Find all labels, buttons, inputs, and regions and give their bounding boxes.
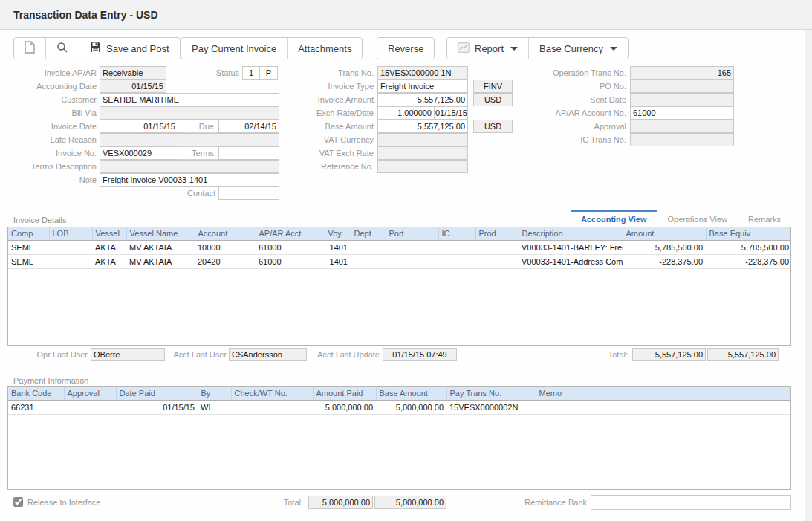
cell-apar-acct: 61000: [256, 254, 325, 268]
due-date-label: Due Date: [178, 120, 219, 133]
accounting-date-field[interactable]: [100, 80, 166, 93]
invoice-details-grid: Comp LOB Vessel Vessel Name Account AP/A…: [7, 227, 791, 346]
invoice-detail-row[interactable]: SEML AKTA MV AKTAIA 20420 61000 1401 V00…: [8, 254, 791, 268]
remittance-bank-label: Remittance Bank: [513, 496, 587, 509]
report-button[interactable]: Report: [447, 38, 529, 59]
status-code-field[interactable]: [242, 66, 260, 80]
terms-description-field[interactable]: [100, 160, 279, 173]
invoice-amount-field[interactable]: [377, 93, 468, 106]
cell-by: WI: [198, 400, 231, 414]
bill-via-label: Bill Via: [7, 106, 97, 120]
save-and-post-button[interactable]: Save and Post: [79, 38, 180, 59]
trans-no-field[interactable]: [377, 66, 468, 80]
cell-vessel-name: MV AKTAIA: [126, 254, 195, 268]
operation-trans-no-field[interactable]: [630, 66, 734, 80]
attachments-button[interactable]: Attachments: [288, 38, 362, 59]
tab-remarks[interactable]: Remarks: [738, 210, 791, 226]
cell-voy: 1401: [325, 254, 351, 268]
opr-last-user-label: Opr Last User: [7, 348, 88, 361]
status-flag-field[interactable]: [259, 66, 278, 80]
invoice-currency-field[interactable]: [473, 93, 513, 106]
approval-field[interactable]: [630, 120, 734, 133]
vat-currency-field[interactable]: [377, 133, 468, 146]
cell-amount-paid: 5,000,000.00: [313, 400, 376, 414]
tab-accounting-view[interactable]: Accounting View: [571, 210, 657, 226]
contact-field[interactable]: [218, 187, 279, 200]
acct-last-user-field[interactable]: [229, 348, 307, 361]
acct-last-update-field[interactable]: [383, 348, 457, 361]
cell-pay-trans-no: 15VESX0000002N: [446, 400, 536, 414]
cell-base-amount: 5,000,000.00: [376, 400, 446, 414]
ap-ar-account-no-field[interactable]: [630, 106, 734, 120]
col-by: By: [198, 387, 231, 400]
base-currency-button[interactable]: Base Currency: [529, 38, 628, 59]
reverse-button[interactable]: Reverse: [377, 38, 434, 59]
col-memo: Memo: [536, 387, 791, 400]
search-button[interactable]: [46, 38, 79, 59]
payment-total-paid-field: [308, 496, 373, 509]
tab-operations-view[interactable]: Operations View: [657, 210, 738, 226]
po-no-field[interactable]: [630, 80, 734, 93]
payment-total-label: Total:: [266, 496, 303, 509]
cell-apar-acct: 61000: [256, 240, 325, 254]
exch-date-field[interactable]: [434, 106, 468, 120]
invoice-type-field[interactable]: [377, 80, 468, 93]
reference-no-field[interactable]: [377, 160, 468, 173]
terms-field[interactable]: [218, 146, 279, 160]
ic-trans-no-field[interactable]: [630, 133, 734, 146]
attachments-label: Attachments: [298, 43, 351, 54]
cell-vessel-name: MV AKTAIA: [126, 240, 195, 254]
base-amount-field[interactable]: [377, 120, 468, 133]
base-currency-code-field[interactable]: [473, 120, 513, 133]
col-prod: Prod: [475, 227, 519, 240]
vat-exch-rate-field[interactable]: [377, 146, 468, 160]
invoice-total-base-equiv-field: [707, 348, 779, 361]
bill-via-field[interactable]: [100, 106, 279, 120]
vat-currency-label: VAT Currency: [286, 133, 374, 146]
invoice-date-field[interactable]: [100, 120, 178, 133]
invoice-ap-ar-label: Invoice AP/AR: [7, 66, 97, 80]
ic-trans-no-label: IC Trans No.: [524, 133, 626, 146]
title-bar: Transaction Data Entry - USD: [0, 0, 812, 30]
release-to-interface-checkbox[interactable]: [13, 497, 23, 507]
invoice-no-field[interactable]: [100, 146, 178, 160]
sent-date-field[interactable]: [630, 93, 734, 106]
late-reason-field[interactable]: [100, 133, 279, 146]
cell-lob: [49, 240, 92, 254]
chevron-down-icon: [610, 47, 617, 51]
remittance-bank-field[interactable]: [591, 495, 791, 510]
cell-approval: [64, 400, 116, 414]
payment-row[interactable]: 66231 01/15/15 WI 5,000,000.00 5,000,000…: [8, 400, 791, 414]
report-chart-icon: [458, 42, 470, 55]
cell-base-equiv: -228,375.00: [706, 254, 791, 268]
opr-last-user-field[interactable]: [91, 348, 165, 361]
cell-memo: [536, 400, 791, 414]
exch-rate-field[interactable]: [377, 106, 435, 120]
cell-account: 20420: [195, 254, 256, 268]
cell-vessel: AKTA: [92, 240, 126, 254]
vertical-scrollbar[interactable]: [805, 30, 812, 521]
invoice-type-code-field[interactable]: [473, 80, 513, 93]
payment-header-row: Bank Code Approval Date Paid By Check/WT…: [8, 387, 791, 400]
due-date-field[interactable]: [218, 120, 279, 133]
payment-total-base-field: [374, 496, 446, 509]
cell-prod: [475, 240, 519, 254]
invoice-details-tabs: Accounting View Operations View Remarks: [520, 210, 791, 226]
col-amount-paid: Amount Paid: [313, 387, 376, 400]
invoice-detail-row[interactable]: SEML AKTA MV AKTAIA 10000 61000 1401 V00…: [8, 240, 791, 254]
pay-current-invoice-button[interactable]: Pay Current Invoice: [181, 38, 288, 59]
save-icon: [90, 42, 101, 55]
payment-information-grid: Bank Code Approval Date Paid By Check/WT…: [7, 386, 791, 490]
reverse-label: Reverse: [388, 43, 423, 54]
accounting-date-label: Accounting Date: [7, 80, 97, 93]
col-account: Account: [195, 227, 256, 240]
col-port: Port: [386, 227, 438, 240]
chevron-down-icon: [510, 47, 518, 51]
invoice-total-amount-field: [632, 348, 706, 361]
note-field[interactable]: [100, 173, 279, 187]
invoice-ap-ar-field[interactable]: [100, 66, 166, 80]
col-lob: LOB: [49, 227, 92, 240]
new-document-button[interactable]: [14, 38, 46, 59]
cell-description: V00033-1401-Address Comm...: [519, 254, 623, 268]
customer-field[interactable]: [100, 93, 279, 106]
